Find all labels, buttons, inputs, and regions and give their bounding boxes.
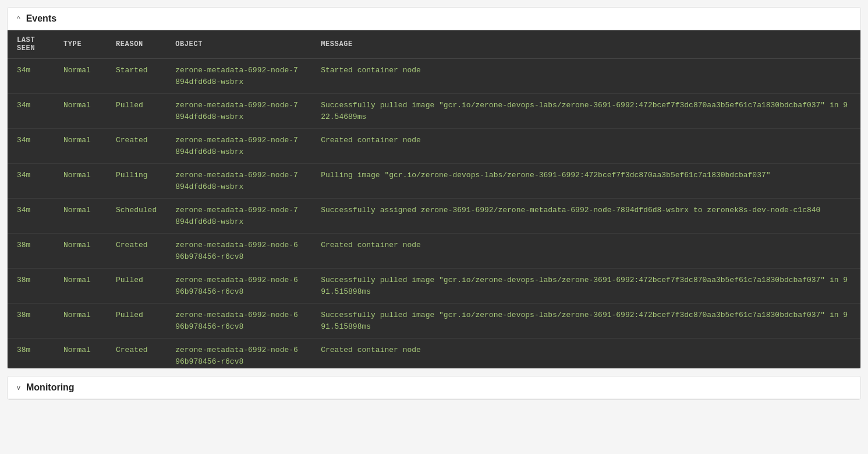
- table-row: 34mNormalCreatedzerone-metadata-6992-nod…: [8, 129, 860, 164]
- table-cell-col-object: zerone-metadata-6992-node-696b978456-r6c…: [166, 269, 311, 304]
- table-cell-col-reason: Created: [107, 339, 166, 369]
- table-cell-col-reason: Pulled: [107, 94, 166, 129]
- table-cell-col-last-seen: 34m: [8, 164, 54, 199]
- table-cell-col-type: Normal: [54, 59, 107, 94]
- table-cell-col-message: Created container node: [311, 234, 860, 269]
- table-cell-col-reason: Created: [107, 234, 166, 269]
- col-header-message: MESSAGE: [311, 30, 860, 59]
- events-table: LAST SEEN TYPE REASON OBJECT MESSAGE 34m…: [8, 30, 860, 368]
- table-cell-col-last-seen: 38m: [8, 304, 54, 339]
- table-cell-col-reason: Started: [107, 59, 166, 94]
- table-cell-col-type: Normal: [54, 269, 107, 304]
- table-cell-col-last-seen: 34m: [8, 199, 54, 234]
- table-cell-col-type: Normal: [54, 164, 107, 199]
- page-container: ^ Events LAST SEEN TYPE REASON OBJECT ME…: [0, 7, 868, 454]
- table-cell-col-type: Normal: [54, 304, 107, 339]
- col-header-type: TYPE: [54, 30, 107, 59]
- table-cell-col-reason: Scheduled: [107, 199, 166, 234]
- table-cell-col-last-seen: 34m: [8, 129, 54, 164]
- table-cell-col-object: zerone-metadata-6992-node-7894dfd6d8-wsb…: [166, 94, 311, 129]
- events-table-wrapper[interactable]: LAST SEEN TYPE REASON OBJECT MESSAGE 34m…: [8, 30, 860, 368]
- table-cell-col-type: Normal: [54, 339, 107, 369]
- table-cell-col-type: Normal: [54, 129, 107, 164]
- table-cell-col-message: Successfully pulled image "gcr.io/zerone…: [311, 269, 860, 304]
- events-section: ^ Events LAST SEEN TYPE REASON OBJECT ME…: [7, 7, 861, 369]
- table-cell-col-message: Successfully assigned zerone-3691-6992/z…: [311, 199, 860, 234]
- table-cell-col-type: Normal: [54, 94, 107, 129]
- table-cell-col-last-seen: 38m: [8, 339, 54, 369]
- table-row: 38mNormalPulledzerone-metadata-6992-node…: [8, 304, 860, 339]
- table-cell-col-object: zerone-metadata-6992-node-7894dfd6d8-wsb…: [166, 199, 311, 234]
- table-row: 38mNormalCreatedzerone-metadata-6992-nod…: [8, 234, 860, 269]
- table-cell-col-type: Normal: [54, 199, 107, 234]
- table-cell-col-last-seen: 38m: [8, 234, 54, 269]
- events-section-title: Events: [26, 13, 56, 24]
- events-chevron-icon: ^: [17, 15, 20, 23]
- monitoring-section-header[interactable]: v Monitoring: [8, 376, 860, 399]
- table-cell-col-object: zerone-metadata-6992-node-696b978456-r6c…: [166, 339, 311, 369]
- table-cell-col-message: Started container node: [311, 59, 860, 94]
- table-cell-col-message: Created container node: [311, 339, 860, 369]
- table-row: 34mNormalScheduledzerone-metadata-6992-n…: [8, 199, 860, 234]
- table-row: 34mNormalPulledzerone-metadata-6992-node…: [8, 94, 860, 129]
- table-row: 38mNormalPulledzerone-metadata-6992-node…: [8, 269, 860, 304]
- table-cell-col-object: zerone-metadata-6992-node-7894dfd6d8-wsb…: [166, 59, 311, 94]
- table-header-row: LAST SEEN TYPE REASON OBJECT MESSAGE: [8, 30, 860, 59]
- table-cell-col-message: Created container node: [311, 129, 860, 164]
- monitoring-chevron-icon: v: [17, 383, 20, 392]
- table-cell-col-reason: Pulled: [107, 269, 166, 304]
- monitoring-section: v Monitoring: [7, 376, 861, 400]
- events-section-header[interactable]: ^ Events: [8, 8, 860, 30]
- table-row: 34mNormalPullingzerone-metadata-6992-nod…: [8, 164, 860, 199]
- table-cell-col-reason: Created: [107, 129, 166, 164]
- col-header-reason: REASON: [107, 30, 166, 59]
- table-cell-col-last-seen: 34m: [8, 59, 54, 94]
- table-cell-col-object: zerone-metadata-6992-node-696b978456-r6c…: [166, 304, 311, 339]
- table-cell-col-type: Normal: [54, 234, 107, 269]
- table-cell-col-object: zerone-metadata-6992-node-696b978456-r6c…: [166, 234, 311, 269]
- table-cell-col-object: zerone-metadata-6992-node-7894dfd6d8-wsb…: [166, 164, 311, 199]
- col-header-last-seen: LAST SEEN: [8, 30, 54, 59]
- monitoring-section-title: Monitoring: [26, 382, 75, 393]
- table-cell-col-reason: Pulled: [107, 304, 166, 339]
- table-cell-col-last-seen: 34m: [8, 94, 54, 129]
- table-cell-col-last-seen: 38m: [8, 269, 54, 304]
- table-cell-col-message: Successfully pulled image "gcr.io/zerone…: [311, 94, 860, 129]
- table-cell-col-message: Successfully pulled image "gcr.io/zerone…: [311, 304, 860, 339]
- table-row: 38mNormalCreatedzerone-metadata-6992-nod…: [8, 339, 860, 369]
- table-row: 34mNormalStartedzerone-metadata-6992-nod…: [8, 59, 860, 94]
- table-cell-col-reason: Pulling: [107, 164, 166, 199]
- table-cell-col-object: zerone-metadata-6992-node-7894dfd6d8-wsb…: [166, 129, 311, 164]
- col-header-object: OBJECT: [166, 30, 311, 59]
- table-cell-col-message: Pulling image "gcr.io/zerone-devops-labs…: [311, 164, 860, 199]
